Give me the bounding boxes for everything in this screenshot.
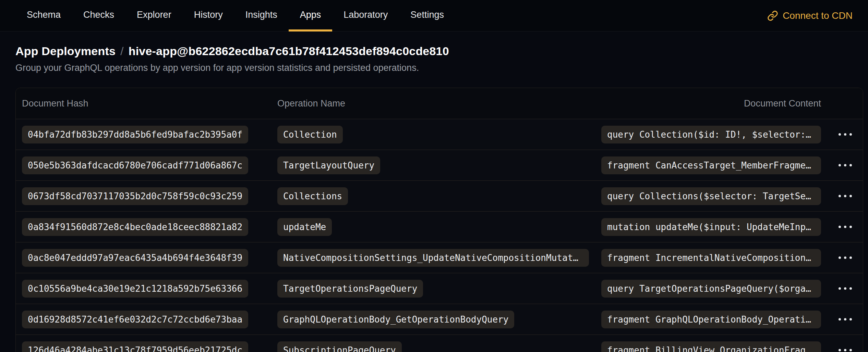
ellipsis-dot-icon [844,195,846,197]
ellipsis-dot-icon [844,226,846,228]
document-content-preview: fragment IncrementalNativeCompositionSwi… [601,249,821,267]
table-row: 050e5b363dafdcacd6780e706cadf771d06a867c… [16,150,863,180]
ellipsis-dot-icon [844,256,846,259]
table-header-row: Document Hash Operation Name Document Co… [16,88,863,119]
operation-name-value: Collection [277,126,343,143]
document-hash-value-cell: 0ac8e047eddd97a97eac6435a4b694f4e3648f39 [16,249,271,267]
operation-name-value-cell: Collections [271,187,595,205]
row-more-menu-button[interactable] [835,344,855,352]
tab-checks[interactable]: Checks [72,0,125,32]
document-content-preview: fragment BillingView_OrganizationFragmen… [601,341,821,352]
document-hash-value: 04bfa72dfb83b297dd8a5b6fed9bafac2b395a0f [22,126,248,143]
operation-name-value-cell: GraphQLOperationBody_GetOperationBodyQue… [271,311,595,328]
table-row: 0a834f91560d872e8c4bec0ade18ceec88821a82… [16,211,863,242]
document-content-preview-cell: query Collection($id: ID!, $selector: Ta… [595,126,827,143]
operation-name-value: updateMe [277,218,332,236]
tab-settings[interactable]: Settings [399,0,455,32]
operation-name-value: NativeCompositionSettings_UpdateNativeCo… [277,249,589,267]
operation-name-value: GraphQLOperationBody_GetOperationBodyQue… [277,311,514,328]
tab-laboratory[interactable]: Laboratory [332,0,399,32]
tab-apps[interactable]: Apps [289,0,333,32]
connect-to-cdn-button[interactable]: Connect to CDN [767,0,853,31]
page-header: App Deployments / hive-app@b622862ecdba7… [0,32,868,73]
ellipsis-dot-icon [844,133,846,136]
ellipsis-dot-icon [839,164,841,166]
operation-name-value: TargetLayoutQuery [277,156,380,174]
ellipsis-dot-icon [844,164,846,166]
breadcrumb-separator: / [120,45,124,58]
document-content-preview: mutation updateMe($input: UpdateMeInput!… [601,218,821,236]
page-subtitle: Group your GraphQL operations by app ver… [15,63,853,73]
row-more-menu-button[interactable] [835,221,855,233]
connect-to-cdn-label: Connect to CDN [783,10,853,21]
ellipsis-dot-icon [844,287,846,290]
document-hash-value: 0c10556a9be4ca30e19e21c1218a592b75e63366 [22,280,248,298]
ellipsis-dot-icon [849,349,852,351]
table-body: 04bfa72dfb83b297dd8a5b6fed9bafac2b395a0f… [16,119,863,352]
column-header-operation-name: Operation Name [271,98,595,109]
tab-history[interactable]: History [183,0,234,32]
operation-name-value: Collections [277,187,348,205]
row-actions-cell [827,159,863,171]
ellipsis-dot-icon [844,349,846,351]
table-row: 04bfa72dfb83b297dd8a5b6fed9bafac2b395a0f… [16,119,863,150]
breadcrumb-current-deployment: hive-app@b622862ecdba7c61b78f412453def89… [129,45,449,58]
ellipsis-dot-icon [839,287,841,290]
document-hash-value-cell: 04bfa72dfb83b297dd8a5b6fed9bafac2b395a0f [16,126,271,143]
tab-insights[interactable]: Insights [234,0,289,32]
link-icon [767,10,778,21]
document-content-preview-cell: query Collections($selector: TargetSelec… [595,187,827,205]
row-actions-cell [827,190,863,202]
ellipsis-dot-icon [849,164,852,166]
document-content-preview: fragment CanAccessTarget_MemberFragment … [601,156,821,174]
document-hash-value-cell: 0a834f91560d872e8c4bec0ade18ceec88821a82 [16,218,271,236]
table-row: 0d16928d8572c41ef6e032d2c7c72ccbd6e73baa… [16,304,863,335]
row-more-menu-button[interactable] [835,282,855,294]
ellipsis-dot-icon [839,195,841,197]
row-actions-cell [827,313,863,325]
ellipsis-dot-icon [839,133,841,136]
table-row: 0ac8e047eddd97a97eac6435a4b694f4e3648f39… [16,242,863,273]
tab-explorer[interactable]: Explorer [125,0,183,32]
ellipsis-dot-icon [849,226,852,228]
row-actions-cell [827,221,863,233]
table-row: 0c10556a9be4ca30e19e21c1218a592b75e63366… [16,273,863,304]
row-more-menu-button[interactable] [835,190,855,202]
ellipsis-dot-icon [839,256,841,259]
breadcrumb-app-deployments-link[interactable]: App Deployments [15,45,116,58]
document-hash-value: 126d46a4284abe31c13c78f7959d56eeb21725dc [22,341,248,352]
document-hash-value-cell: 0d16928d8572c41ef6e032d2c7c72ccbd6e73baa [16,311,271,328]
document-hash-value-cell: 126d46a4284abe31c13c78f7959d56eeb21725dc [16,341,271,352]
document-content-preview-cell: fragment GraphQLOperationBody_OperationF… [595,311,827,328]
document-hash-value: 0673df58cd7037117035b2d0c758f59c0c93c259 [22,187,248,205]
tab-schema[interactable]: Schema [15,0,72,32]
row-more-menu-button[interactable] [835,252,855,264]
document-hash-value-cell: 050e5b363dafdcacd6780e706cadf771d06a867c [16,156,271,174]
document-content-preview: fragment GraphQLOperationBody_OperationF… [601,311,821,328]
row-more-menu-button[interactable] [835,128,855,140]
row-actions-cell [827,282,863,294]
document-content-preview-cell: fragment CanAccessTarget_MemberFragment … [595,156,827,174]
row-more-menu-button[interactable] [835,159,855,171]
ellipsis-dot-icon [849,256,852,259]
column-header-document-hash: Document Hash [16,98,271,109]
nav-tabs: SchemaChecksExplorerHistoryInsightsAppsL… [15,0,455,31]
document-hash-value: 0ac8e047eddd97a97eac6435a4b694f4e3648f39 [22,249,248,267]
top-navbar: SchemaChecksExplorerHistoryInsightsAppsL… [0,0,868,32]
table-row: 0673df58cd7037117035b2d0c758f59c0c93c259… [16,180,863,211]
document-hash-value-cell: 0c10556a9be4ca30e19e21c1218a592b75e63366 [16,280,271,298]
documents-table: Document Hash Operation Name Document Co… [15,88,863,352]
operation-name-value-cell: updateMe [271,218,595,236]
operation-name-value-cell: TargetLayoutQuery [271,156,595,174]
document-content-preview-cell: fragment BillingView_OrganizationFragmen… [595,341,827,352]
row-more-menu-button[interactable] [835,313,855,325]
row-actions-cell [827,128,863,140]
document-content-preview-cell: query TargetOperationsPageQuery($organiz… [595,280,827,298]
ellipsis-dot-icon [849,133,852,136]
operation-name-value-cell: SubscriptionPageQuery [271,341,595,352]
operation-name-value: TargetOperationsPageQuery [277,280,423,298]
document-hash-value-cell: 0673df58cd7037117035b2d0c758f59c0c93c259 [16,187,271,205]
document-hash-value: 0d16928d8572c41ef6e032d2c7c72ccbd6e73baa [22,311,248,328]
ellipsis-dot-icon [849,195,852,197]
document-content-preview-cell: mutation updateMe($input: UpdateMeInput!… [595,218,827,236]
